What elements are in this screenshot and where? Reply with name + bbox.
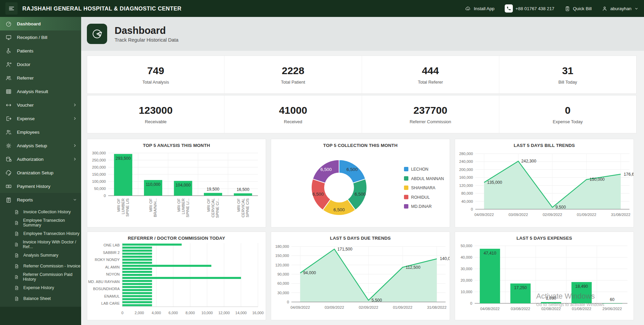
svg-text:8,000: 8,000 bbox=[186, 311, 195, 315]
sidebar-item-voucher[interactable]: Voucher bbox=[0, 98, 81, 112]
chart-canvas[interactable]: 040,00080,000120,000160,000200,000240,00… bbox=[455, 149, 634, 224]
chevron-down-icon bbox=[634, 6, 639, 11]
svg-text:04/08/2022: 04/08/2022 bbox=[480, 307, 500, 311]
install-app-button-label: Install App bbox=[474, 6, 494, 11]
sidebar-item-reception-bill[interactable]: Reception / Bill bbox=[0, 30, 81, 44]
install-app-button[interactable]: Install App bbox=[465, 6, 494, 12]
sidebar-item-expense[interactable]: Expense bbox=[0, 112, 81, 125]
svg-text:20,000: 20,000 bbox=[460, 278, 472, 282]
export-icon bbox=[5, 115, 12, 122]
sidebar-item-authorization[interactable]: Authorization bbox=[0, 152, 81, 166]
sidebar-subitem-label: Employee Transection History bbox=[23, 231, 79, 236]
svg-text:MD. ABU RAYHAN: MD. ABU RAYHAN bbox=[88, 280, 120, 284]
svg-text:6,500: 6,500 bbox=[320, 167, 332, 172]
svg-text:CERVICAL: CERVICAL bbox=[211, 198, 215, 217]
chevron-right-icon bbox=[73, 144, 77, 148]
chart-card-last-5-days-due-trends: LAST 5 DAYS DUE TRENDS030,00060,00090,00… bbox=[271, 232, 450, 320]
svg-text:47,410: 47,410 bbox=[483, 251, 496, 256]
chart-canvas[interactable]: 050,000100,000150,000200,000250,000300,0… bbox=[87, 149, 266, 224]
sidebar-subitem-expense-history[interactable]: Expense History bbox=[0, 282, 81, 293]
stat-value: 749 bbox=[147, 65, 164, 77]
svg-text:18,490: 18,490 bbox=[575, 284, 588, 289]
svg-text:180,000: 180,000 bbox=[275, 244, 289, 248]
chart-card-top-5-analysis-this-month: TOP 5 ANALYSIS THIS MONTH050,000100,0001… bbox=[87, 139, 266, 228]
main-content: 749Total Analysis2228Total Patient444Tot… bbox=[81, 51, 644, 325]
people-icon bbox=[5, 75, 12, 81]
svg-text:176,600: 176,600 bbox=[624, 172, 634, 177]
chart-canvas[interactable]: 02,0004,0006,0008,00010,00012,00014,0001… bbox=[87, 242, 266, 317]
svg-text:120,000: 120,000 bbox=[459, 183, 473, 188]
svg-text:150,000: 150,000 bbox=[92, 172, 106, 176]
sidebar-item-referrer[interactable]: Referrer bbox=[0, 71, 81, 85]
svg-text:04/09/2022: 04/09/2022 bbox=[290, 305, 310, 309]
stats-panel-top: 749Total Analysis2228Total Patient444Tot… bbox=[87, 56, 637, 94]
chart-canvas[interactable]: 010,00020,00030,00040,00050,00047,41017,… bbox=[455, 242, 634, 317]
arrows-icon bbox=[5, 102, 12, 108]
sidebar-subitem-analysis-summary[interactable]: Analysis Summary bbox=[0, 250, 81, 261]
svg-text:MRI OF: MRI OF bbox=[237, 198, 241, 212]
svg-text:19,500: 19,500 bbox=[207, 187, 219, 192]
quick-bill-button[interactable]: Quick Bill bbox=[565, 6, 592, 12]
chart-canvas[interactable]: 030,00060,00090,000120,000150,000180,000… bbox=[271, 242, 450, 317]
banknote-icon bbox=[5, 183, 12, 190]
sidebar-item-patients[interactable]: Patients bbox=[0, 44, 81, 58]
employees-icon bbox=[5, 129, 12, 135]
svg-text:16,500: 16,500 bbox=[237, 187, 249, 192]
chevron-right-icon bbox=[73, 103, 77, 107]
sidebar-item-reports[interactable]: Reports bbox=[0, 193, 81, 207]
person-icon bbox=[602, 6, 607, 12]
chevron-right-icon bbox=[73, 144, 77, 148]
svg-text:ROHIDUL: ROHIDUL bbox=[411, 195, 430, 200]
stat-card-receivable: 123000Receivable bbox=[87, 95, 224, 133]
file-icon bbox=[14, 275, 19, 280]
svg-text:ONE LAB: ONE LAB bbox=[103, 243, 120, 247]
sidebar-item-payment-history[interactable]: Payment History bbox=[0, 179, 81, 193]
menu-toggle-button[interactable] bbox=[5, 2, 18, 15]
doctor-icon bbox=[5, 61, 12, 68]
sidebar-item-dashboard[interactable]: Dashboard bbox=[0, 17, 81, 30]
svg-text:300,000: 300,000 bbox=[92, 151, 106, 155]
svg-text:5,500: 5,500 bbox=[372, 298, 382, 303]
chart-canvas[interactable]: 6,5006,5006,5006,5006,500LECHONABDUL MAN… bbox=[271, 149, 450, 224]
sidebar-subitem-referrer-commission-invoice[interactable]: Referrer Commission - Invoice bbox=[0, 261, 81, 272]
svg-text:110,000: 110,000 bbox=[146, 182, 161, 187]
sidebar-item-analysis-setup[interactable]: Analysis Setup bbox=[0, 139, 81, 152]
file-icon bbox=[14, 242, 19, 247]
svg-text:112,500: 112,500 bbox=[406, 265, 421, 270]
stat-value: 2228 bbox=[282, 65, 305, 77]
sidebar-subitem-balance-sheet[interactable]: Balance Sheet bbox=[0, 293, 81, 304]
phone-number[interactable]: +88 01767 438 217 bbox=[505, 4, 554, 13]
sidebar-subitem-employee-transection-summary[interactable]: Employee Transection Summary bbox=[0, 217, 81, 228]
chart-title: REFERRER / DOCTOR COMMISSION TODAY bbox=[87, 236, 266, 241]
svg-text:01/09/2022: 01/09/2022 bbox=[577, 213, 596, 217]
stat-value: 123000 bbox=[139, 105, 173, 116]
svg-text:ENAMUL: ENAMUL bbox=[104, 294, 120, 298]
file-icon bbox=[14, 285, 19, 290]
sidebar-subitem-employee-transection-history[interactable]: Employee Transection History bbox=[0, 228, 81, 239]
sidebar-item-label: Patients bbox=[17, 48, 33, 53]
file-icon bbox=[14, 253, 19, 258]
sidebar-item-label: Employees bbox=[17, 130, 40, 135]
sidebar-item-employees[interactable]: Employees bbox=[0, 125, 81, 139]
chart-card-last-5-days-expenses: LAST 5 DAYS EXPENSES010,00020,00030,0004… bbox=[455, 232, 634, 320]
stat-card-total-referer: 444Total Referer bbox=[362, 56, 499, 93]
sidebar-subitem-invoice-collection-history[interactable]: Invoice Collection History bbox=[0, 207, 81, 217]
svg-text:04/09/2022: 04/09/2022 bbox=[474, 213, 494, 217]
stat-card-total-patient: 2228Total Patient bbox=[224, 56, 362, 93]
stat-value: 444 bbox=[422, 65, 439, 77]
svg-text:03/09/2022: 03/09/2022 bbox=[508, 213, 528, 217]
svg-text:MRI OF: MRI OF bbox=[149, 198, 153, 212]
sidebar-subitem-referrer-commission-paid-history[interactable]: Referrer Commission Paid History bbox=[0, 272, 81, 282]
stat-label: Total Referer bbox=[418, 80, 443, 85]
svg-text:135,000: 135,000 bbox=[487, 180, 502, 185]
sidebar-item-analysis-result[interactable]: Analysis Result bbox=[0, 85, 81, 98]
sidebar-item-doctor[interactable]: Doctor bbox=[0, 58, 81, 71]
svg-text:150,000: 150,000 bbox=[275, 254, 289, 258]
svg-text:0: 0 bbox=[121, 311, 123, 315]
svg-text:6,500: 6,500 bbox=[312, 192, 324, 197]
sidebar-subitem-invoice-history-with-doctor-ref[interactable]: Invoice History With Doctor / Ref... bbox=[0, 239, 81, 250]
sidebar-item-oranization-setup[interactable]: Oranization Setup bbox=[0, 166, 81, 179]
user-menu-button[interactable]: aburayhan bbox=[602, 6, 639, 12]
sidebar-subitem-label: Referrer Commission - Invoice bbox=[23, 264, 80, 268]
svg-text:BRAIN/H...: BRAIN/H... bbox=[153, 198, 157, 217]
